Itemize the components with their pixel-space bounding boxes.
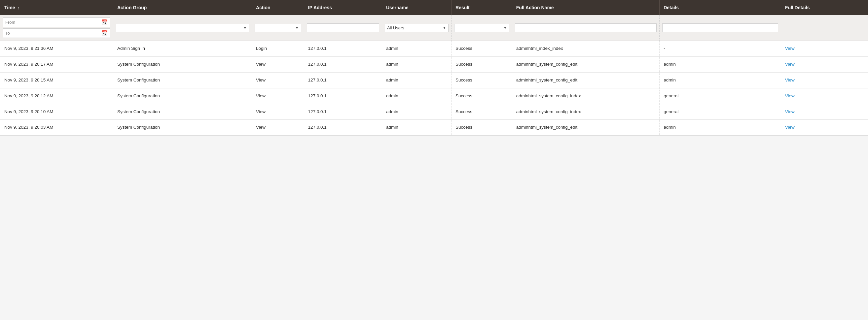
cell-username: admin xyxy=(382,120,451,136)
table-filter-row: 📅 📅 Admin Sign In System xyxy=(0,15,868,41)
view-link[interactable]: View xyxy=(785,93,795,98)
cell-fulldetails: View xyxy=(781,104,868,120)
cell-username: admin xyxy=(382,104,451,120)
username-filter-wrap: All Users admin guest ▼ xyxy=(385,24,448,32)
cell-username: admin xyxy=(382,88,451,104)
filter-cell-action: Login View ▼ xyxy=(252,15,304,41)
col-header-group: Action Group xyxy=(113,0,252,15)
cell-details: admin xyxy=(659,120,781,136)
cell-time: Nov 9, 2023, 9:20:12 AM xyxy=(0,88,113,104)
table-row: Nov 9, 2023, 9:21:36 AM Admin Sign In Lo… xyxy=(0,41,868,57)
filter-cell-details xyxy=(659,15,781,41)
date-filter-group: 📅 📅 xyxy=(3,17,110,38)
audit-log-table: Time ↑ Action Group Action IP Address Us… xyxy=(0,0,868,136)
cell-ip: 127.0.0.1 xyxy=(304,41,382,57)
action-group-select[interactable]: Admin Sign In System Configuration xyxy=(118,25,243,30)
table-header-row: Time ↑ Action Group Action IP Address Us… xyxy=(0,0,868,15)
cell-action: View xyxy=(252,120,304,136)
cell-group: System Configuration xyxy=(113,57,252,72)
cell-fulldetails: View xyxy=(781,120,868,136)
cell-time: Nov 9, 2023, 9:20:03 AM xyxy=(0,120,113,136)
col-header-time[interactable]: Time ↑ xyxy=(0,0,113,15)
audit-log-table-wrapper: Time ↑ Action Group Action IP Address Us… xyxy=(0,0,868,136)
cell-action: View xyxy=(252,88,304,104)
cell-details: general xyxy=(659,88,781,104)
result-select[interactable]: Success Failure xyxy=(457,25,503,30)
cell-fullaction: adminhtml_system_config_edit xyxy=(512,72,659,88)
view-link[interactable]: View xyxy=(785,77,795,82)
filter-cell-group: Admin Sign In System Configuration ▼ xyxy=(113,15,252,41)
action-select[interactable]: Login View xyxy=(257,25,295,30)
cell-details: general xyxy=(659,104,781,120)
cell-result: Success xyxy=(451,104,512,120)
cell-time: Nov 9, 2023, 9:21:36 AM xyxy=(0,41,113,57)
cell-action: View xyxy=(252,104,304,120)
action-group-dropdown-arrow: ▼ xyxy=(243,26,247,30)
filter-cell-result: Success Failure ▼ xyxy=(451,15,512,41)
filter-cell-time: 📅 📅 xyxy=(0,15,113,41)
cell-fullaction: adminhtml_system_config_index xyxy=(512,104,659,120)
details-filter-input[interactable] xyxy=(662,24,778,32)
cell-result: Success xyxy=(451,57,512,72)
cell-time: Nov 9, 2023, 9:20:10 AM xyxy=(0,104,113,120)
username-select[interactable]: All Users admin guest xyxy=(387,25,442,30)
col-header-username: Username xyxy=(382,0,451,15)
view-link[interactable]: View xyxy=(785,125,795,130)
cell-group: System Configuration xyxy=(113,104,252,120)
filter-cell-fulldetails xyxy=(781,15,868,41)
cell-ip: 127.0.0.1 xyxy=(304,104,382,120)
date-from-wrap: 📅 xyxy=(3,17,110,27)
table-row: Nov 9, 2023, 9:20:10 AM System Configura… xyxy=(0,104,868,120)
cell-fullaction: adminhtml_index_index xyxy=(512,41,659,57)
cell-result: Success xyxy=(451,41,512,57)
action-dropdown-arrow: ▼ xyxy=(295,26,299,30)
col-header-time-label: Time xyxy=(4,5,15,10)
cell-fullaction: adminhtml_system_config_edit xyxy=(512,120,659,136)
ip-filter-input[interactable] xyxy=(307,24,379,32)
table-row: Nov 9, 2023, 9:20:03 AM System Configura… xyxy=(0,120,868,136)
result-filter-wrap: Success Failure ▼ xyxy=(454,24,509,32)
sort-asc-icon: ↑ xyxy=(18,6,20,10)
cell-username: admin xyxy=(382,72,451,88)
cell-ip: 127.0.0.1 xyxy=(304,72,382,88)
username-dropdown-arrow: ▼ xyxy=(442,26,446,30)
cell-details: - xyxy=(659,41,781,57)
date-from-input[interactable] xyxy=(5,20,99,25)
date-to-wrap: 📅 xyxy=(3,28,110,38)
filter-cell-fullaction xyxy=(512,15,659,41)
table-row: Nov 9, 2023, 9:20:17 AM System Configura… xyxy=(0,57,868,72)
cell-group: System Configuration xyxy=(113,120,252,136)
cell-fulldetails: View xyxy=(781,88,868,104)
cell-group: System Configuration xyxy=(113,88,252,104)
view-link[interactable]: View xyxy=(785,109,795,114)
table-row: Nov 9, 2023, 9:20:15 AM System Configura… xyxy=(0,72,868,88)
cell-fullaction: adminhtml_system_config_edit xyxy=(512,57,659,72)
action-group-filter-wrap: Admin Sign In System Configuration ▼ xyxy=(116,24,249,32)
col-header-details: Details xyxy=(659,0,781,15)
cell-fulldetails: View xyxy=(781,41,868,57)
filter-cell-ip xyxy=(304,15,382,41)
cell-action: View xyxy=(252,72,304,88)
col-header-fullaction: Full Action Name xyxy=(512,0,659,15)
cell-group: System Configuration xyxy=(113,72,252,88)
cell-group: Admin Sign In xyxy=(113,41,252,57)
filter-cell-username: All Users admin guest ▼ xyxy=(382,15,451,41)
col-header-result: Result xyxy=(451,0,512,15)
view-link[interactable]: View xyxy=(785,46,795,51)
cell-time: Nov 9, 2023, 9:20:17 AM xyxy=(0,57,113,72)
cell-fulldetails: View xyxy=(781,72,868,88)
fullaction-filter-input[interactable] xyxy=(515,24,657,32)
cell-time: Nov 9, 2023, 9:20:15 AM xyxy=(0,72,113,88)
cell-details: admin xyxy=(659,72,781,88)
view-link[interactable]: View xyxy=(785,62,795,67)
date-to-input[interactable] xyxy=(5,31,99,36)
action-filter-wrap: Login View ▼ xyxy=(255,24,301,32)
col-header-fulldetails: Full Details xyxy=(781,0,868,15)
cell-action: Login xyxy=(252,41,304,57)
calendar-to-icon[interactable]: 📅 xyxy=(101,30,108,36)
result-dropdown-arrow: ▼ xyxy=(503,26,507,30)
cell-fullaction: adminhtml_system_config_index xyxy=(512,88,659,104)
cell-result: Success xyxy=(451,120,512,136)
cell-details: admin xyxy=(659,57,781,72)
calendar-from-icon[interactable]: 📅 xyxy=(101,19,108,25)
